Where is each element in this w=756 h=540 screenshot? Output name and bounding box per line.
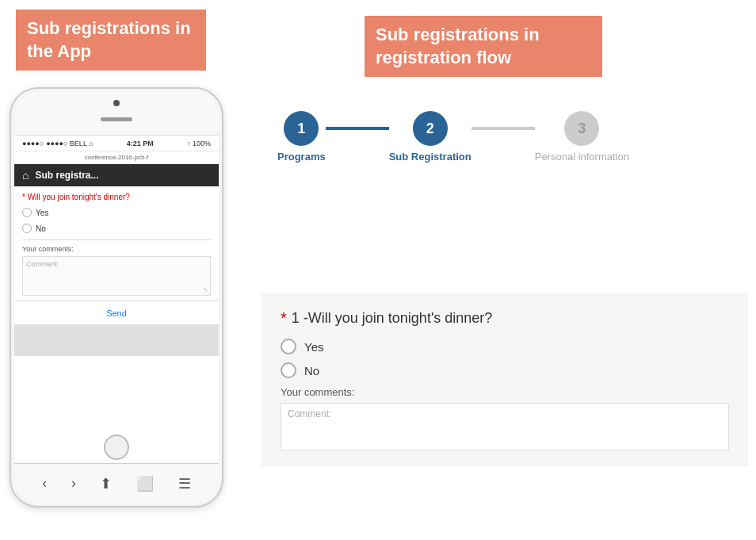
radio-no[interactable] — [22, 224, 32, 233]
phone-inner: ●●●●○ ●●●●○ BELL ⌂ 4:21 PM ↑ 100% confer… — [14, 92, 219, 503]
nav-title: Sub registra... — [35, 170, 98, 181]
phone-mockup: ●●●●○ ●●●●○ BELL ⌂ 4:21 PM ↑ 100% confer… — [10, 87, 223, 507]
status-left: ●●●●○ ●●●●○ BELL ⌂ — [22, 140, 94, 147]
phone-nav: ⌂ Sub registra... — [14, 164, 219, 186]
share-icon[interactable]: ⬆ — [100, 475, 112, 492]
form-option-yes-label: Yes — [304, 340, 323, 354]
step-1-number: 1 — [297, 121, 305, 137]
phone-home-button[interactable] — [104, 435, 129, 460]
right-title: Sub registrations in registration flow — [376, 25, 540, 67]
phone-camera — [113, 100, 120, 106]
phone-top — [14, 92, 219, 136]
form-radio-yes[interactable] — [281, 339, 296, 354]
step-2: 2 Sub Registration — [389, 111, 472, 163]
form-comments-label: Your comments: — [281, 386, 729, 398]
status-battery: ↑ 100% — [187, 140, 211, 147]
radio-yes[interactable] — [22, 208, 32, 217]
send-button[interactable]: Send — [106, 308, 127, 318]
url-bar: conference-2016-pch-f — [14, 151, 219, 164]
option-yes-label: Yes — [36, 209, 48, 217]
form-radio-no[interactable] — [281, 362, 296, 378]
form-question: * 1 -Will you join tonight's dinner? — [281, 309, 729, 327]
step-connector-1 — [326, 127, 389, 130]
form-area: * 1 -Will you join tonight's dinner? Yes… — [262, 293, 748, 466]
phone-question: * Will you join tonight's dinner? — [22, 193, 211, 201]
step-1-label: Programs — [277, 151, 326, 163]
form-question-text: 1 -Will you join tonight's dinner? — [292, 310, 493, 327]
status-time: 4:21 PM — [127, 140, 154, 147]
divider-1 — [22, 239, 211, 240]
phone-content: * Will you join tonight's dinner? Yes No… — [14, 186, 219, 362]
step-3-circle[interactable]: 3 — [564, 111, 599, 146]
step-1-circle[interactable]: 1 — [284, 111, 319, 146]
status-bar: ●●●●○ ●●●●○ BELL ⌂ 4:21 PM ↑ 100% — [14, 136, 219, 151]
phone-footer — [14, 324, 219, 356]
comments-label: Your comments: — [22, 245, 211, 253]
step-connector-2 — [472, 127, 535, 130]
form-option-no-label: No — [304, 364, 319, 377]
step-3: 3 Personal information — [535, 111, 629, 163]
step-2-circle[interactable]: 2 — [413, 111, 448, 146]
resize-handle-icon: ⤡ — [203, 286, 208, 293]
phone-speaker — [101, 117, 132, 121]
bookmarks-icon[interactable]: ☰ — [178, 475, 191, 492]
signal-icon: ●●●●○ — [22, 140, 44, 147]
home-icon: ⌂ — [22, 169, 29, 182]
step-3-number: 3 — [578, 121, 586, 137]
carrier-label: ●●●●○ BELL ⌂ — [46, 140, 93, 147]
form-comment-box[interactable]: Comment: — [281, 403, 729, 450]
form-option-yes[interactable]: Yes — [281, 339, 729, 354]
right-section: Sub registrations in registration flow 1… — [246, 0, 756, 540]
required-star: * — [281, 309, 287, 327]
tabs-icon[interactable]: ⬜ — [136, 475, 154, 492]
url-text: conference-2016-pch-f — [85, 154, 149, 161]
back-icon[interactable]: ‹ — [42, 475, 47, 492]
comment-box[interactable]: Comment: ⤡ — [22, 256, 211, 296]
form-option-no[interactable]: No — [281, 362, 729, 378]
left-title-box: Sub registrations in the App — [16, 10, 206, 71]
step-1: 1 Programs — [277, 111, 326, 163]
send-area: Send — [14, 301, 219, 324]
left-title: Sub registrations in the App — [27, 18, 191, 61]
browser-bar: ‹ › ⬆ ⬜ ☰ — [14, 463, 219, 503]
left-section: Sub registrations in the App ●●●●○ ●●●●○… — [0, 0, 238, 540]
step-2-label: Sub Registration — [389, 151, 472, 163]
form-comment-placeholder: Comment: — [288, 408, 331, 419]
right-title-box: Sub registrations in registration flow — [365, 16, 602, 77]
step-2-number: 2 — [426, 121, 434, 137]
phone-option-yes[interactable]: Yes — [22, 206, 211, 219]
option-no-label: No — [36, 224, 46, 233]
phone-option-no[interactable]: No — [22, 222, 211, 235]
comment-placeholder: Comment: — [26, 260, 59, 268]
forward-icon[interactable]: › — [71, 475, 76, 492]
step-3-label: Personal information — [535, 151, 629, 163]
progress-steps: 1 Programs 2 Sub Registration 3 Personal… — [277, 111, 629, 163]
